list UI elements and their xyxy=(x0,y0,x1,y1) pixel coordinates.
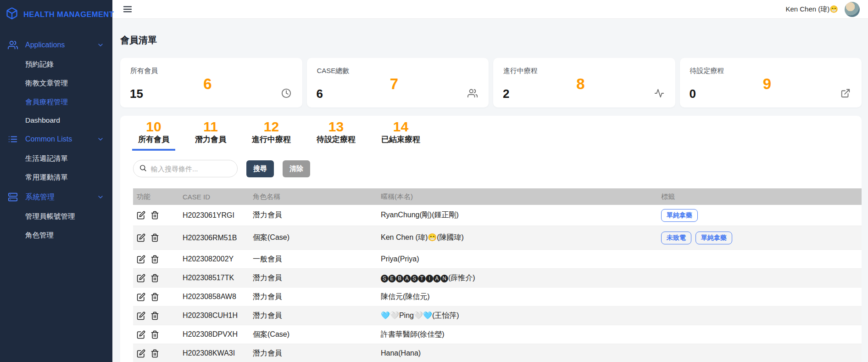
nickname: 🅢🅔🅑🅐🅢🅣🅘🅐🅝(薛惟介) xyxy=(377,273,657,283)
tab-label: 待設定療程 xyxy=(317,135,356,144)
chevron-down-icon xyxy=(97,136,104,143)
nickname: 🩵🤍Ping🤍🩵(王怡萍) xyxy=(377,311,657,321)
case-id: H2023082002Y xyxy=(179,255,249,263)
annotation-mark: 6 xyxy=(203,76,211,91)
avatar[interactable] xyxy=(845,2,860,17)
tab-2[interactable]: 11 潛力會員 xyxy=(189,134,232,151)
role-name: 個案(Case) xyxy=(249,330,377,339)
sidebar-group-3[interactable]: 系統管理 xyxy=(0,187,112,207)
table-row: H2023061YRGI 潛力會員 RyanChung(剛)(鍾正剛) 單純拿藥 xyxy=(133,205,862,226)
table-row: H2023082002Y 一般會員 Priya(Priya) xyxy=(133,250,862,269)
member-table: 功能CASE ID角色名稱暱稱(本名)標籤 H2023061YRGI 潛力會員 … xyxy=(133,188,862,362)
member-list-panel: 10 所有會員11 潛力會員12 進行中療程13 待設定療程14 已結束療程 搜… xyxy=(120,116,862,362)
edit-icon[interactable] xyxy=(137,330,145,339)
tags-cell: 未致電單純拿藥 xyxy=(657,232,862,244)
tab-label: 進行中療程 xyxy=(252,135,291,144)
trash-icon[interactable] xyxy=(150,274,159,283)
sidebar-item[interactable]: 生活週記清單 xyxy=(0,149,112,168)
role-name: 潛力會員 xyxy=(249,292,377,302)
clear-button[interactable]: 清除 xyxy=(283,160,310,177)
trash-icon[interactable] xyxy=(150,349,159,358)
row-actions xyxy=(133,349,179,358)
tabs: 10 所有會員11 潛力會員12 進行中療程13 待設定療程14 已結束療程 xyxy=(132,134,862,151)
sidebar-nav: Applications 預約記錄衛教文章管理會員療程管理Dashboard C… xyxy=(0,28,112,245)
edit-icon[interactable] xyxy=(137,274,145,283)
sidebar-item[interactable]: 管理員帳號管理 xyxy=(0,207,112,226)
tab-1[interactable]: 10 所有會員 xyxy=(132,134,175,151)
edit-icon[interactable] xyxy=(137,255,145,264)
sidebar-group-1[interactable]: Applications xyxy=(0,35,112,55)
search-button[interactable]: 搜尋 xyxy=(246,160,274,177)
sidebar-group-label: 系統管理 xyxy=(25,192,55,202)
sidebar-item[interactable]: 會員療程管理 xyxy=(0,93,112,112)
role-name: 潛力會員 xyxy=(249,349,377,358)
column-header: 功能 xyxy=(133,192,179,201)
trash-icon[interactable] xyxy=(150,311,159,320)
edit-icon[interactable] xyxy=(137,211,145,220)
sidebar-item[interactable]: Dashboard xyxy=(0,112,112,129)
tab-5[interactable]: 14 已結束療程 xyxy=(375,134,426,151)
case-id: H202308DPVXH xyxy=(179,330,249,339)
external-link-icon xyxy=(840,88,851,98)
sidebar-item[interactable]: 角色管理 xyxy=(0,226,112,245)
users-icon xyxy=(8,40,18,50)
brand: HEALTH MANAGEMENT xyxy=(0,0,112,28)
trash-icon[interactable] xyxy=(150,293,159,301)
column-header: CASE ID xyxy=(179,193,249,201)
role-name: 一般會員 xyxy=(249,255,377,264)
annotation-mark: 7 xyxy=(390,76,398,91)
list-icon xyxy=(8,134,18,144)
edit-icon[interactable] xyxy=(137,311,145,320)
case-id: H2023061YRGI xyxy=(179,211,249,220)
tab-label: 已結束療程 xyxy=(381,135,420,144)
cube-icon xyxy=(6,7,18,22)
row-actions xyxy=(133,255,179,264)
stat-card: CASE總數 7 6 xyxy=(307,58,489,107)
trash-icon[interactable] xyxy=(150,233,159,242)
search-input[interactable] xyxy=(151,165,232,173)
case-id: H202308517TK xyxy=(179,274,249,282)
row-actions xyxy=(133,311,179,320)
clock-icon xyxy=(281,88,291,98)
row-actions xyxy=(133,293,179,301)
search-row: 搜尋 清除 xyxy=(133,160,862,177)
stat-card-value: 15 xyxy=(130,87,143,101)
page-title: 會員清單 xyxy=(120,34,862,46)
edit-icon[interactable] xyxy=(137,293,145,301)
annotation-mark: 11 xyxy=(203,120,218,134)
row-actions xyxy=(133,274,179,283)
sidebar-group-2[interactable]: Common Lists xyxy=(0,129,112,149)
hamburger-menu-icon[interactable] xyxy=(122,4,133,14)
topbar: Ken Chen (瑋)😁 xyxy=(112,0,868,19)
edit-icon[interactable] xyxy=(137,233,145,242)
edit-icon[interactable] xyxy=(137,349,145,358)
nickname: 許書華醫師(徐佳瑩) xyxy=(377,330,657,339)
role-name: 個案(Case) xyxy=(249,233,377,243)
stat-card-value: 0 xyxy=(690,87,696,101)
tab-4[interactable]: 13 待設定療程 xyxy=(311,134,362,151)
trash-icon[interactable] xyxy=(150,255,159,264)
column-header: 暱稱(本名) xyxy=(377,192,657,201)
column-header: 標籤 xyxy=(657,192,862,201)
stat-card-label: 進行中療程 xyxy=(503,67,665,75)
search-box[interactable] xyxy=(133,160,238,177)
row-actions xyxy=(133,233,179,242)
table-header: 功能CASE ID角色名稱暱稱(本名)標籤 xyxy=(133,188,862,205)
case-id: H202308CUH1H xyxy=(179,311,249,320)
trash-icon[interactable] xyxy=(150,330,159,339)
sidebar-item[interactable]: 衛教文章管理 xyxy=(0,74,112,93)
tab-3[interactable]: 12 進行中療程 xyxy=(246,134,297,151)
nickname: RyanChung(剛)(鍾正剛) xyxy=(377,210,657,220)
sidebar-item[interactable]: 常用運動清單 xyxy=(0,168,112,187)
table-row: H202308CUH1H 潛力會員 🩵🤍Ping🤍🩵(王怡萍) xyxy=(133,306,862,325)
chevron-down-icon xyxy=(97,193,104,201)
table-body: H2023061YRGI 潛力會員 RyanChung(剛)(鍾正剛) 單純拿藥… xyxy=(133,205,862,362)
tag-badge: 單純拿藥 xyxy=(696,232,732,244)
tags-cell: 單純拿藥 xyxy=(657,209,862,222)
stat-card-value: 6 xyxy=(317,87,323,101)
tab-label: 所有會員 xyxy=(138,135,169,144)
table-row: H202306RM51B 個案(Case) Ken Chen (瑋)😁(陳國瑋)… xyxy=(133,226,862,250)
sidebar-item[interactable]: 預約記錄 xyxy=(0,55,112,74)
trash-icon[interactable] xyxy=(150,211,159,220)
role-name: 潛力會員 xyxy=(249,210,377,220)
